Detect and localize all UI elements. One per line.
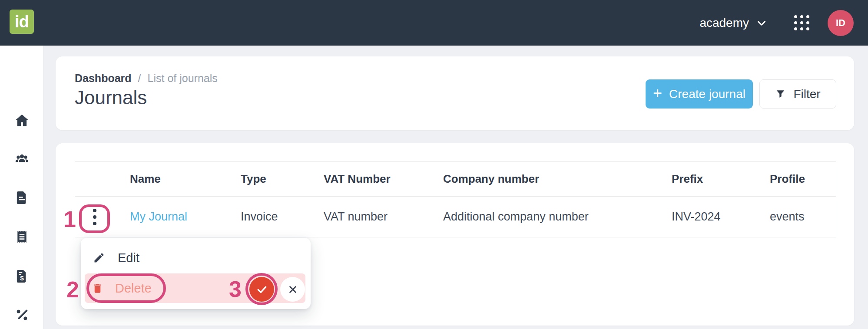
journal-prefix-cell: INV-2024 xyxy=(672,210,770,224)
sidebar-item-documents[interactable] xyxy=(6,181,38,214)
column-header-prefix: Prefix xyxy=(672,172,770,186)
create-journal-button[interactable]: + Create journal xyxy=(646,79,753,109)
avatar-initials: ID xyxy=(836,17,845,29)
annotation-number-3: 3 xyxy=(229,278,242,300)
checkmark-icon xyxy=(256,283,268,296)
annotation-number-2: 2 xyxy=(66,278,79,301)
filter-button[interactable]: Filter xyxy=(759,79,836,109)
breadcrumb-dashboard-link[interactable]: Dashboard xyxy=(75,72,132,85)
filter-label: Filter xyxy=(793,87,820,101)
close-icon xyxy=(288,284,298,295)
app-logo-text: id xyxy=(15,13,29,31)
page-header-card: Dashboard / List of journals Journals + … xyxy=(56,56,854,130)
journal-company-number-cell: Additional company number xyxy=(443,210,672,224)
table-header-row: Name Type VAT Number Company number Pref… xyxy=(75,162,836,197)
percent-icon xyxy=(14,307,30,322)
apps-grid-icon[interactable] xyxy=(794,15,809,30)
breadcrumb-current: List of journals xyxy=(148,72,218,85)
row-actions-kebab-button[interactable] xyxy=(87,205,103,229)
column-header-type: Type xyxy=(241,172,324,186)
breadcrumb: Dashboard / List of journals xyxy=(75,72,218,85)
trash-icon xyxy=(92,283,103,294)
cancel-delete-button[interactable] xyxy=(280,277,305,302)
confirm-delete-button[interactable] xyxy=(249,277,274,302)
journals-table: Name Type VAT Number Company number Pref… xyxy=(75,161,836,237)
menu-item-edit[interactable]: Edit xyxy=(93,248,139,267)
sidebar-item-contacts[interactable] xyxy=(6,143,38,175)
column-header-profile: Profile xyxy=(770,172,836,186)
journal-type-cell: Invoice xyxy=(241,210,324,224)
user-avatar[interactable]: ID xyxy=(828,10,854,36)
sidebar-item-receipts[interactable] xyxy=(6,220,38,253)
topbar-right-cluster: academy ID xyxy=(699,0,854,46)
column-header-vat-number: VAT Number xyxy=(324,172,443,186)
app-logo[interactable]: id xyxy=(10,10,34,34)
filter-funnel-icon xyxy=(775,89,786,99)
pencil-icon xyxy=(93,252,105,264)
edit-label: Edit xyxy=(118,251,139,265)
document-icon xyxy=(14,190,30,205)
sidebar-item-home[interactable] xyxy=(6,104,38,136)
plus-icon: + xyxy=(653,86,662,101)
workspace-switcher[interactable]: academy xyxy=(699,16,767,30)
chevron-down-icon xyxy=(756,17,767,29)
column-header-name: Name xyxy=(130,172,241,186)
svg-text:$: $ xyxy=(20,274,24,281)
menu-item-delete[interactable]: Delete xyxy=(92,273,152,303)
table-row: My Journal Invoice VAT number Additional… xyxy=(75,197,836,237)
top-navbar: id academy ID xyxy=(0,0,868,46)
journal-name-link[interactable]: My Journal xyxy=(130,210,187,223)
create-journal-label: Create journal xyxy=(669,87,745,101)
annotation-number-1: 1 xyxy=(63,208,76,230)
sidebar-item-invoices[interactable]: $ xyxy=(6,260,38,292)
journal-profile-cell: events xyxy=(770,210,836,224)
breadcrumb-separator: / xyxy=(138,72,141,85)
row-actions-menu: Edit Delete xyxy=(81,238,311,309)
sidebar-item-rates[interactable] xyxy=(6,299,38,329)
journal-vat-number-cell: VAT number xyxy=(324,210,443,224)
receipt-icon xyxy=(14,229,30,244)
workspace-name: academy xyxy=(699,16,749,30)
invoice-dollar-icon: $ xyxy=(14,269,30,284)
users-icon xyxy=(14,151,30,167)
home-icon xyxy=(14,113,30,128)
sidebar: $ xyxy=(0,46,43,329)
page-title: Journals xyxy=(75,87,147,109)
delete-label: Delete xyxy=(115,281,152,296)
column-header-company-number: Company number xyxy=(443,172,672,186)
